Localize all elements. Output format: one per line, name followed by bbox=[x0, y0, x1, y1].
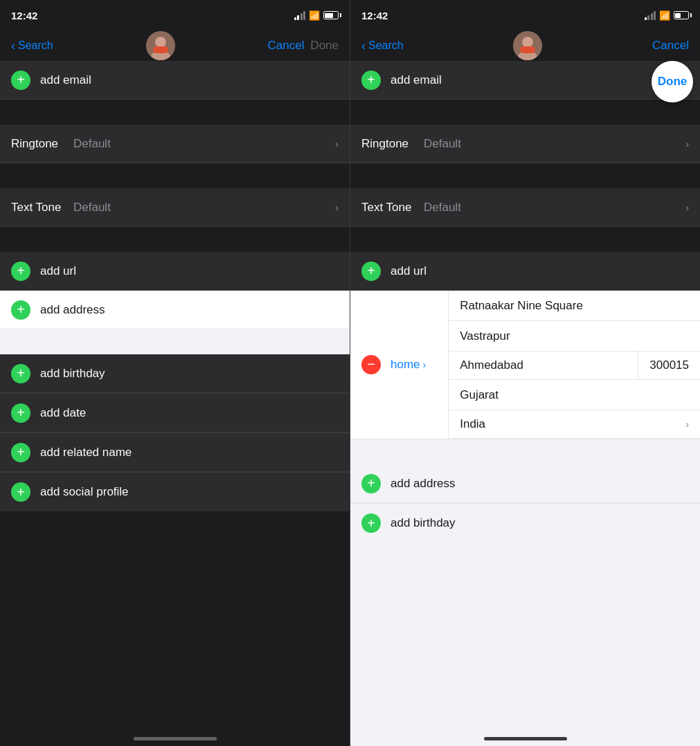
add-email-row-right[interactable]: + add email bbox=[350, 61, 700, 100]
add-address-row-right[interactable]: + add address bbox=[350, 464, 700, 503]
back-label-left: Search bbox=[18, 39, 53, 52]
text-tone-row-right[interactable]: Text Tone Default › bbox=[350, 188, 700, 227]
add-address-label-left: add address bbox=[40, 303, 105, 317]
spacer-right bbox=[350, 543, 700, 722]
address-street1-row[interactable]: Ratnaakar Nine Square bbox=[449, 291, 700, 321]
chevron-left-icon-right: ‹ bbox=[361, 39, 366, 53]
svg-point-3 bbox=[156, 37, 165, 47]
divider-3-right bbox=[350, 227, 700, 252]
add-email-label-left: add email bbox=[40, 73, 91, 87]
address-street1: Ratnaakar Nine Square bbox=[460, 299, 583, 313]
status-icons-right: 📶 bbox=[645, 10, 690, 21]
add-url-label-left: add url bbox=[40, 264, 76, 278]
nav-center-left bbox=[53, 31, 268, 60]
add-social-profile-label-left: add social profile bbox=[40, 485, 129, 499]
address-label-col: − home › bbox=[350, 291, 449, 439]
address-street2-row[interactable]: Vastrapur bbox=[449, 321, 700, 352]
address-country-row[interactable]: India › bbox=[449, 410, 700, 439]
add-date-row-left[interactable]: + add date bbox=[0, 394, 350, 433]
address-fields: Ratnaakar Nine Square Vastrapur Ahmedaba… bbox=[449, 291, 700, 439]
avatar-right bbox=[513, 31, 542, 60]
add-related-name-label-left: add related name bbox=[40, 446, 132, 460]
nav-bar-right: ‹ Search Cancel Done bbox=[350, 30, 700, 61]
address-home-row: − home › Ratnaakar Nine Square Vastrapur… bbox=[350, 291, 700, 439]
address-country: India bbox=[460, 417, 685, 431]
svg-rect-9 bbox=[520, 46, 535, 53]
right-panel: 12:42 📶 ‹ Search bbox=[350, 0, 700, 746]
address-state-row[interactable]: Gujarat bbox=[449, 380, 700, 410]
divider-1-left bbox=[0, 100, 350, 125]
ringtone-value-right: Default bbox=[424, 137, 461, 151]
add-birthday-row-right[interactable]: + add birthday bbox=[350, 504, 700, 543]
cancel-button-right[interactable]: Cancel bbox=[652, 39, 689, 53]
ringtone-chevron-left: › bbox=[335, 138, 339, 149]
add-birthday-icon-right: + bbox=[361, 513, 381, 533]
text-tone-chevron-left: › bbox=[335, 202, 339, 213]
ringtone-key-right: Ringtone bbox=[361, 137, 424, 151]
remove-address-icon[interactable]: − bbox=[361, 355, 381, 374]
add-social-profile-icon-left: + bbox=[11, 482, 30, 502]
home-chevron-icon: › bbox=[423, 359, 427, 370]
back-label-right: Search bbox=[368, 39, 404, 52]
avatar-left bbox=[146, 31, 175, 60]
add-email-row-left[interactable]: + add email bbox=[0, 61, 350, 100]
left-panel: 12:42 📶 ‹ Search bbox=[0, 0, 350, 746]
add-url-label-right: add url bbox=[391, 264, 427, 278]
divider-3-left bbox=[0, 227, 350, 252]
time-right: 12:42 bbox=[361, 10, 388, 21]
status-icons-left: 📶 bbox=[294, 10, 339, 21]
add-address-row-left[interactable]: + add address bbox=[0, 291, 350, 329]
nav-center-right bbox=[404, 31, 652, 60]
add-related-name-row-left[interactable]: + add related name bbox=[0, 433, 350, 472]
svg-rect-4 bbox=[153, 46, 168, 53]
home-indicator-left bbox=[0, 722, 350, 746]
country-chevron-icon: › bbox=[685, 419, 689, 430]
done-button-right[interactable]: Done bbox=[652, 61, 693, 102]
address-city-zip-row: Ahmedabad 300015 bbox=[449, 352, 700, 380]
add-address-icon-right: + bbox=[361, 474, 381, 493]
add-social-profile-row-left[interactable]: + add social profile bbox=[0, 473, 350, 511]
text-tone-chevron-right: › bbox=[685, 202, 689, 213]
address-city-text: Ahmedabad bbox=[460, 358, 523, 372]
add-birthday-label-right: add birthday bbox=[391, 516, 456, 530]
add-email-icon-right: + bbox=[361, 71, 381, 90]
address-zip[interactable]: 300015 bbox=[638, 352, 700, 379]
status-bar-left: 12:42 📶 bbox=[0, 0, 350, 30]
wifi-icon-right: 📶 bbox=[659, 10, 670, 21]
text-tone-key-left: Text Tone bbox=[11, 201, 73, 215]
add-birthday-row-left[interactable]: + add birthday bbox=[0, 354, 350, 393]
battery-icon-right bbox=[674, 11, 689, 19]
divider-2-right bbox=[350, 163, 700, 188]
ringtone-chevron-right: › bbox=[685, 138, 689, 149]
add-address-icon-left: + bbox=[11, 300, 30, 320]
address-street2: Vastrapur bbox=[460, 329, 510, 343]
battery-icon bbox=[323, 11, 339, 19]
address-zip-text: 300015 bbox=[649, 358, 689, 372]
text-tone-value-left: Default bbox=[73, 201, 111, 215]
chevron-left-icon: ‹ bbox=[11, 39, 15, 53]
back-button-left[interactable]: ‹ Search bbox=[11, 39, 53, 53]
scroll-area-right: + add email Ringtone Default › Text Tone… bbox=[350, 61, 700, 722]
divider-1-right bbox=[350, 100, 700, 125]
add-url-row-left[interactable]: + add url bbox=[0, 252, 350, 291]
ringtone-row-right[interactable]: Ringtone Default › bbox=[350, 125, 700, 163]
add-related-name-icon-left: + bbox=[11, 443, 30, 462]
done-button-left[interactable]: Done bbox=[310, 39, 339, 53]
back-button-right[interactable]: ‹ Search bbox=[361, 39, 404, 53]
cancel-button-left[interactable]: Cancel bbox=[268, 39, 305, 53]
address-city[interactable]: Ahmedabad bbox=[449, 352, 638, 379]
home-indicator-right bbox=[350, 722, 700, 746]
time-left: 12:42 bbox=[11, 10, 37, 21]
text-tone-row-left[interactable]: Text Tone Default › bbox=[0, 188, 350, 227]
divider-2-left bbox=[0, 163, 350, 188]
add-birthday-label-left: add birthday bbox=[40, 367, 105, 381]
nav-bar-left: ‹ Search Cancel Done bbox=[0, 30, 350, 61]
divider-addr-right bbox=[350, 439, 700, 464]
signal-icon-right bbox=[645, 11, 656, 20]
ringtone-row-left[interactable]: Ringtone Default › bbox=[0, 125, 350, 163]
home-label[interactable]: home bbox=[391, 358, 420, 372]
ringtone-value-left: Default bbox=[73, 137, 111, 151]
add-url-row-right[interactable]: + add url bbox=[350, 252, 700, 291]
add-address-label-right: add address bbox=[391, 477, 456, 491]
svg-point-8 bbox=[523, 37, 532, 47]
